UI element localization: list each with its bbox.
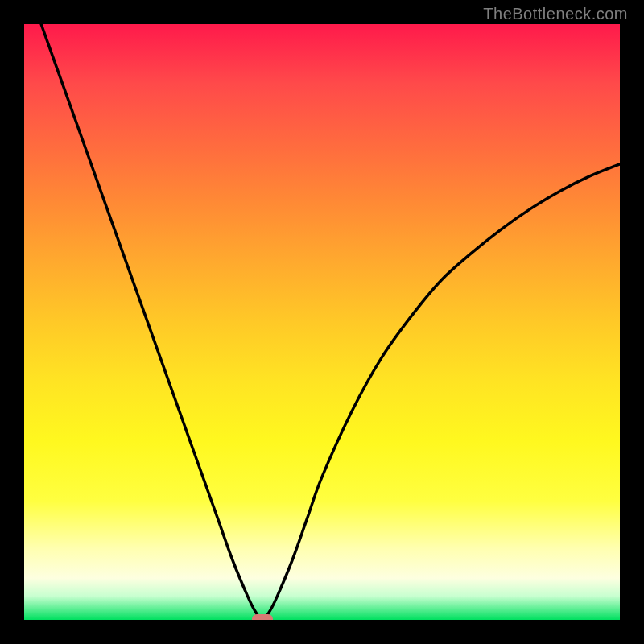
watermark-text: TheBottleneck.com	[483, 5, 628, 23]
optimum-marker	[252, 614, 273, 620]
bottleneck-curve	[24, 24, 620, 620]
chart-frame: TheBottleneck.com	[0, 0, 644, 644]
plot-area	[24, 24, 620, 620]
